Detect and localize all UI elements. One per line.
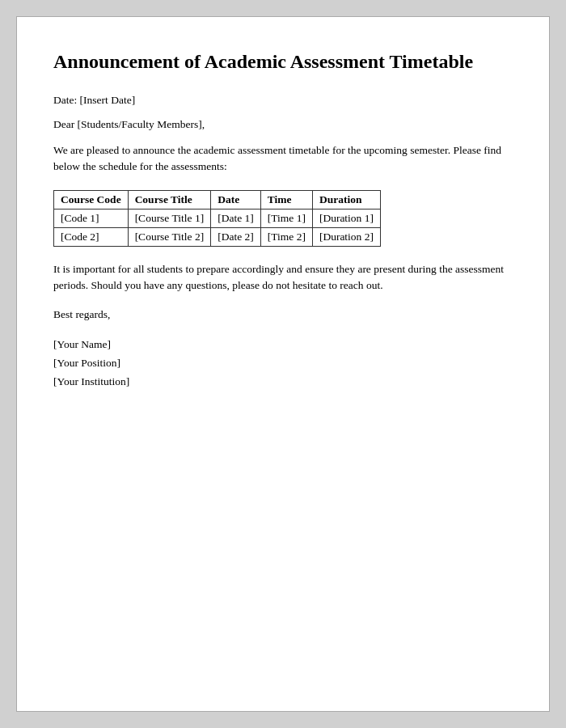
table-cell-r1-c2: [Date 2] [211,227,261,246]
document-salutation: Dear [Students/Faculty Members], [53,118,513,131]
col-header-date: Date [211,190,261,209]
col-header-course-title: Course Title [128,190,211,209]
col-header-duration: Duration [312,190,380,209]
table-cell-r0-c3: [Time 1] [260,209,312,227]
col-header-course-code: Course Code [54,190,129,209]
table-row: [Code 2][Course Title 2][Date 2][Time 2]… [54,227,381,246]
document-intro: We are pleased to announce the academic … [53,142,513,176]
schedule-table: Course Code Course Title Date Time Durat… [53,190,381,247]
signature-name: [Your Name] [53,336,513,354]
signature-institution: [Your Institution] [53,373,513,392]
document-container: Announcement of Academic Assessment Time… [16,16,550,712]
table-cell-r1-c1: [Course Title 2] [128,227,211,246]
table-cell-r0-c2: [Date 1] [211,209,261,227]
signature-position: [Your Position] [53,354,513,373]
col-header-time: Time [260,190,312,209]
document-note: It is important for all students to prep… [53,261,513,294]
table-row: [Code 1][Course Title 1][Date 1][Time 1]… [54,209,381,227]
table-header-row: Course Code Course Title Date Time Durat… [54,190,381,209]
table-cell-r0-c1: [Course Title 1] [128,209,211,227]
table-cell-r1-c4: [Duration 2] [312,227,380,246]
document-closing: Best regards, [53,308,513,321]
table-cell-r0-c0: [Code 1] [54,209,129,227]
table-cell-r1-c3: [Time 2] [260,227,312,246]
document-signature: [Your Name] [Your Position] [Your Instit… [53,336,513,392]
table-cell-r1-c0: [Code 2] [54,227,129,246]
table-cell-r0-c4: [Duration 1] [312,209,380,227]
document-title: Announcement of Academic Assessment Time… [53,49,513,74]
document-date: Date: [Insert Date] [53,94,513,107]
